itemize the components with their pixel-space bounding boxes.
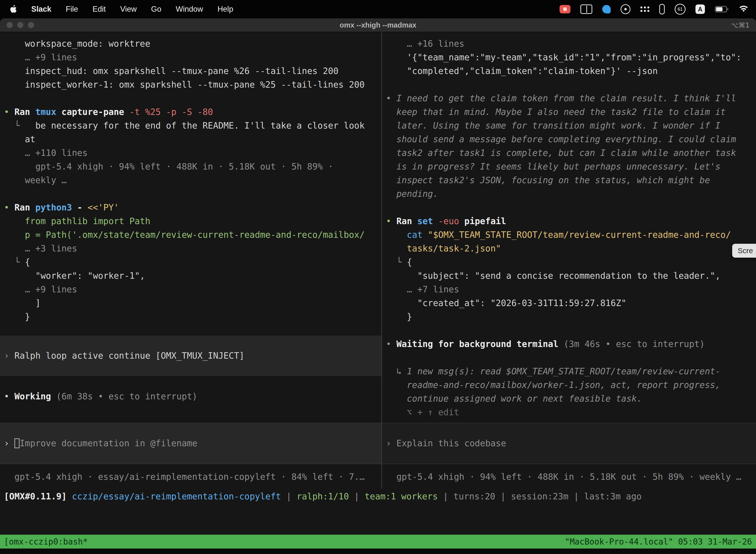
blue-app-icon[interactable]	[602, 5, 611, 13]
apple-menu-icon[interactable]	[9, 5, 17, 14]
composer-input[interactable]: › Improve documentation in @filename	[0, 423, 381, 464]
composer-input[interactable]: › Explain this codebase	[382, 423, 756, 464]
app-grid-icon[interactable]	[640, 6, 649, 12]
text-segment	[386, 230, 407, 240]
text-segment	[4, 52, 25, 62]
terminal-line: }	[386, 310, 752, 324]
scrollback: workspace_mode: worktree … +9 lines insp…	[4, 37, 377, 324]
right-terminal-pane[interactable]: … +16 lines '{"team_name":"my-team","tas…	[382, 32, 756, 489]
menu-bar-left: Slack FileEditViewGoWindowHelp	[0, 5, 233, 14]
terminal-line: inspect task2's JSON, focusing on the st…	[386, 173, 752, 187]
scrollback: … +16 lines '{"team_name":"my-team","tas…	[386, 37, 752, 419]
text-segment: "created_at": "2026-03-31T11:59:27.816Z"	[386, 298, 626, 308]
terminal-line: › Explain this codebase	[386, 437, 752, 450]
text-segment: |	[495, 491, 511, 501]
menu-item-file[interactable]: File	[66, 5, 78, 14]
terminal-line: tasks/task-2.json"	[386, 242, 752, 256]
menu-item-edit[interactable]: Edit	[92, 5, 106, 14]
terminal-line: "subject": "send a concise recommendatio…	[386, 269, 752, 283]
terminal-line: … +16 lines	[386, 37, 752, 51]
text-segment: |	[281, 491, 297, 501]
input-source-icon[interactable]: A	[695, 4, 705, 14]
pill-app-icon[interactable]	[659, 4, 665, 14]
text-segment: pipefail	[464, 216, 506, 226]
text-segment: -euo	[438, 216, 464, 226]
text-segment: continue assigned work or next feasible …	[386, 394, 642, 403]
minimize-button[interactable]	[17, 22, 23, 28]
terminal-line: … +9 lines	[4, 283, 377, 296]
text-segment: p = Path('.omx/state/team/review-current…	[4, 230, 365, 240]
terminal-empty-area	[0, 504, 756, 535]
circular-app-icon[interactable]	[621, 4, 630, 14]
text-segment: … +9 lines	[25, 284, 77, 294]
text-segment: ↳	[386, 366, 407, 376]
window-bottom-strip	[0, 549, 756, 554]
text-segment: … +3 lines	[25, 243, 77, 254]
battery-percent-badge[interactable]: 61	[675, 4, 686, 15]
text-segment: cczip/essay/ai-reimplementation-copyleft	[72, 491, 281, 501]
text-segment: cat	[407, 230, 428, 240]
terminal-line: ]	[4, 296, 377, 310]
stop-icon	[563, 7, 567, 11]
battery-icon[interactable]	[715, 6, 729, 12]
text-segment: ralph:1/10	[297, 491, 349, 501]
active-app-name[interactable]: Slack	[31, 5, 51, 14]
text-segment: Ran	[396, 216, 417, 226]
terminal-line: should send a message before completing …	[386, 132, 752, 146]
text-segment: |	[349, 491, 365, 501]
menu-item-help[interactable]: Help	[217, 5, 233, 14]
text-segment: -t %25 -p -S -80	[129, 107, 213, 117]
text-segment: Working	[14, 391, 56, 401]
terminal-line: › Ralph loop active continue [OMX_TMUX_I…	[4, 349, 377, 363]
terminal-line: p = Path('.omx/state/team/review-current…	[4, 228, 377, 242]
terminal-line: at	[4, 132, 377, 146]
text-segment: (3m 46s • esc to interrupt)	[564, 339, 705, 349]
window-title-bar[interactable]: omx --xhigh --madmax ⌥⌘1	[0, 18, 756, 32]
screen-recording-indicator[interactable]	[560, 5, 570, 13]
terminal-line: task2 after task1 is complete, but can I…	[386, 146, 752, 160]
menu-item-view[interactable]: View	[120, 5, 137, 14]
menubar-status-icons: 61 A	[560, 4, 756, 15]
text-segment: keep that in mind. Maybe I also need the…	[386, 107, 726, 117]
terminal-line: "created_at": "2026-03-31T11:59:27.816Z"	[386, 296, 752, 310]
window-split-icon[interactable]	[580, 4, 592, 14]
terminal-line: ⌥ + ↑ edit	[386, 405, 752, 419]
text-segment: turns:20	[453, 491, 495, 501]
text-segment: "completed","claim_token":"claim-token"}…	[386, 66, 658, 76]
text-segment: •	[4, 391, 14, 401]
left-terminal-pane[interactable]: workspace_mode: worktree … +9 lines insp…	[0, 32, 381, 489]
text-segment: |	[568, 491, 584, 501]
terminal-line: "completed","claim_token":"claim-token"}…	[386, 64, 752, 78]
wifi-icon[interactable]	[739, 5, 749, 13]
text-segment: •	[4, 107, 14, 117]
screen-overlay-tooltip[interactable]: Scre	[732, 244, 756, 258]
terminal-line: weekly …	[4, 173, 377, 187]
terminal-line: gpt-5.4 xhigh · 94% left · 488K in · 5.1…	[4, 160, 377, 173]
window-title: omx --xhigh --madmax	[0, 21, 756, 29]
close-button[interactable]	[6, 22, 13, 28]
text-segment: Improve documentation in @filename	[19, 438, 197, 448]
terminal-line: • Ran tmux capture-pane -t %25 -p -S -80	[4, 105, 377, 119]
zoom-button[interactable]	[28, 22, 34, 28]
text-segment: tmux	[35, 107, 61, 117]
text-segment: inspect_hud: omx sparkshell --tmux-pane …	[4, 66, 338, 76]
menu-item-window[interactable]: Window	[176, 5, 203, 14]
text-segment: team:1 workers	[365, 491, 438, 501]
terminal-line: • Waiting for background terminal (3m 46…	[386, 337, 752, 351]
session-footer: gpt-5.4 xhigh · essay/ai-reimplementatio…	[4, 470, 377, 484]
text-segment: at	[4, 134, 35, 144]
terminal-line: "worker": "worker-1",	[4, 269, 377, 283]
terminal-line: … +7 lines	[386, 283, 752, 296]
text-segment	[386, 284, 407, 294]
text-segment: (6m 38s • esc to interrupt)	[56, 391, 197, 401]
terminal-line: ↳ 1 new msg(s): read $OMX_TEAM_STATE_ROO…	[386, 365, 752, 378]
text-segment	[386, 39, 407, 49]
menu-item-go[interactable]: Go	[151, 5, 161, 14]
terminal-line: … +9 lines	[4, 51, 377, 64]
text-segment: "worker": "worker-1",	[4, 271, 145, 281]
terminal-line: … +3 lines	[4, 242, 377, 256]
text-segment: python3	[35, 203, 77, 213]
text-segment: … +9 lines	[25, 52, 77, 62]
text-segment: •	[386, 216, 396, 226]
text-segment: "subject": "send a concise recommendatio…	[386, 271, 720, 281]
